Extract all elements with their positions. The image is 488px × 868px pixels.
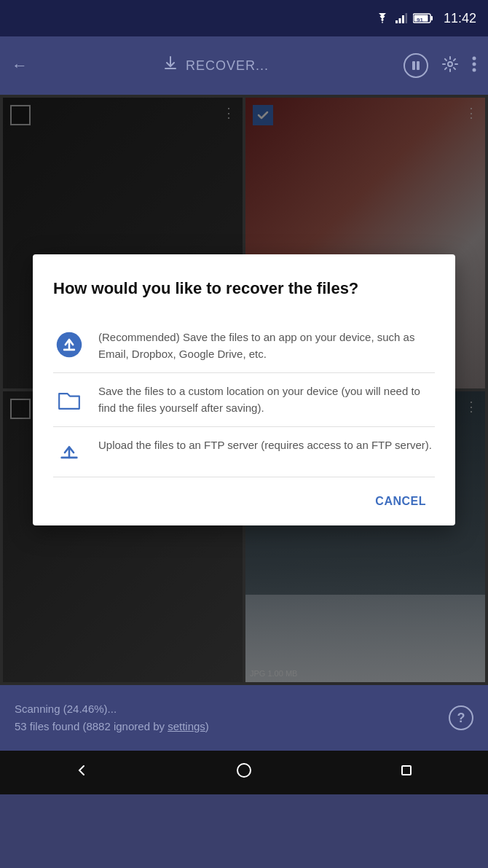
wifi-icon bbox=[375, 13, 390, 23]
scanning-status: Scanning (24.46%)... bbox=[15, 703, 117, 715]
svg-rect-9 bbox=[412, 61, 415, 70]
cancel-button[interactable]: CANCEL bbox=[366, 489, 435, 514]
svg-rect-2 bbox=[402, 15, 404, 23]
settings-button[interactable] bbox=[441, 55, 459, 77]
bottom-status-text: Scanning (24.46%)... 53 files found (888… bbox=[15, 700, 209, 735]
svg-rect-5 bbox=[430, 16, 433, 20]
svg-rect-8 bbox=[165, 68, 176, 69]
ftp-icon bbox=[53, 439, 85, 466]
app-title: RECOVER... bbox=[186, 58, 269, 74]
svg-point-14 bbox=[473, 68, 476, 71]
top-bar-actions bbox=[404, 53, 476, 78]
svg-rect-3 bbox=[405, 13, 407, 23]
dialog-actions: CANCEL bbox=[53, 477, 435, 514]
status-bar: 91 11:42 bbox=[0, 0, 488, 36]
dialog-option-cloud-text: (Recommended) Save the files to an app o… bbox=[98, 329, 435, 362]
content-area: ⋮ ⋮ ⋮ ⋮ JPG 1.00 MB How would y bbox=[0, 95, 488, 685]
svg-rect-0 bbox=[395, 20, 398, 23]
dialog-option-cloud[interactable]: (Recommended) Save the files to an app o… bbox=[53, 319, 435, 373]
dialog-option-folder[interactable]: Save the files to a custom location on y… bbox=[53, 373, 435, 427]
nav-back-button[interactable] bbox=[74, 762, 90, 783]
dialog-title: How would you like to recover the files? bbox=[53, 278, 435, 300]
bottom-status-bar: Scanning (24.46%)... 53 files found (888… bbox=[0, 685, 488, 751]
recovery-dialog: How would you like to recover the files?… bbox=[33, 254, 455, 526]
dialog-option-ftp[interactable]: Upload the files to an FTP server (requi… bbox=[53, 427, 435, 477]
nav-home-button[interactable] bbox=[236, 762, 252, 783]
nav-recent-button[interactable] bbox=[398, 762, 414, 783]
back-button[interactable]: ← bbox=[12, 56, 28, 75]
svg-point-12 bbox=[473, 56, 476, 60]
status-icons: 91 11:42 bbox=[375, 11, 476, 26]
folder-icon bbox=[53, 385, 85, 413]
title-area: RECOVER... bbox=[39, 55, 392, 76]
svg-point-13 bbox=[473, 62, 476, 66]
settings-link[interactable]: settings bbox=[168, 720, 205, 732]
dialog-option-ftp-text: Upload the files to an FTP server (requi… bbox=[98, 437, 432, 454]
svg-text:91: 91 bbox=[417, 17, 423, 23]
pause-button[interactable] bbox=[404, 53, 428, 78]
svg-point-11 bbox=[448, 62, 452, 66]
status-time: 11:42 bbox=[444, 11, 476, 26]
files-found: 53 files found (8882 ignored by bbox=[15, 720, 168, 732]
help-button[interactable]: ? bbox=[449, 705, 473, 730]
dialog-option-folder-text: Save the files to a custom location on y… bbox=[98, 383, 435, 416]
upload-cloud-icon bbox=[53, 331, 85, 359]
status-end: ) bbox=[205, 720, 209, 732]
download-icon bbox=[162, 55, 178, 76]
top-bar: ← RECOVER... bbox=[0, 36, 488, 95]
signal-icon bbox=[395, 13, 407, 23]
svg-rect-10 bbox=[417, 61, 420, 70]
nav-bar bbox=[0, 751, 488, 794]
modal-overlay: How would you like to recover the files?… bbox=[0, 95, 488, 685]
battery-icon: 91 bbox=[413, 13, 433, 23]
svg-rect-1 bbox=[398, 18, 401, 23]
svg-point-16 bbox=[237, 764, 251, 777]
more-button[interactable] bbox=[472, 56, 476, 76]
